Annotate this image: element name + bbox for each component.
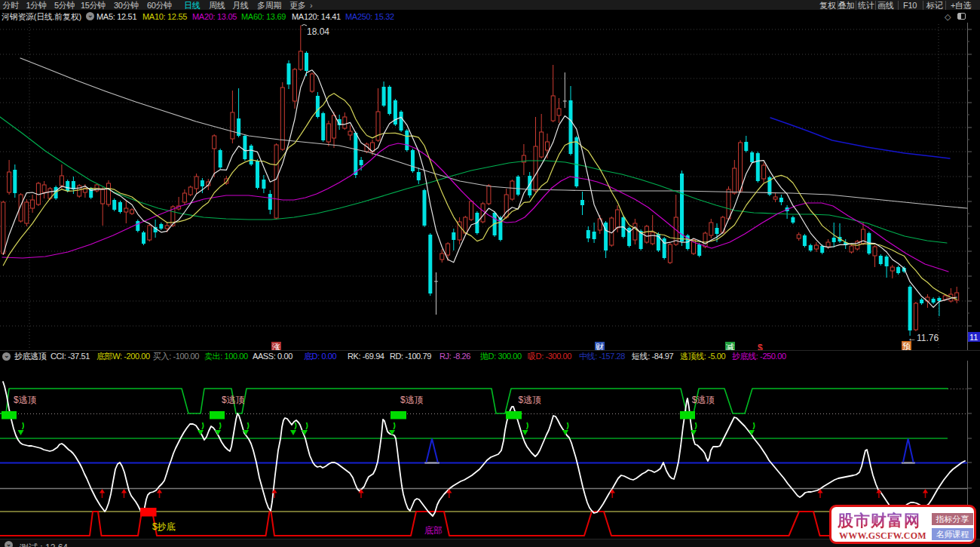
svg-text:$逃顶: $逃顶 [400, 395, 424, 405]
svg-text:←11.76: ←11.76 [908, 333, 939, 343]
svg-text:$逃顶: $逃顶 [692, 395, 715, 405]
svg-text:$逃顶: $逃顶 [222, 395, 245, 405]
svg-text:$逃顶: $逃顶 [519, 395, 542, 405]
svg-text:底部: 底部 [424, 525, 443, 536]
svg-text:$抄底: $抄底 [152, 521, 176, 532]
svg-text:$逃顶: $逃顶 [14, 395, 37, 405]
svg-text:11: 11 [969, 333, 978, 342]
svg-text:18.04: 18.04 [307, 26, 329, 37]
